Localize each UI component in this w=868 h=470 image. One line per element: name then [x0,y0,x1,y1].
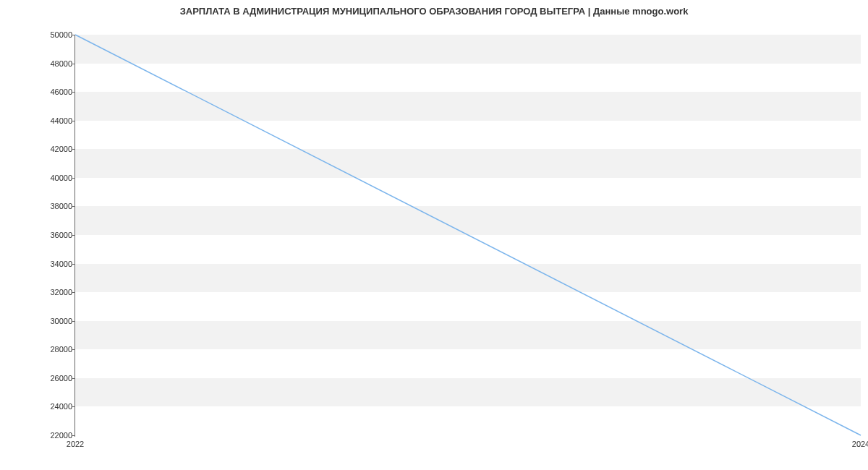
y-tick-mark [72,64,75,64]
y-tick-mark [72,435,75,436]
y-tick-label: 48000 [50,59,72,68]
plot-area [75,35,861,435]
y-tick-mark [72,321,75,322]
y-tick-label: 50000 [50,30,72,39]
y-tick-label: 44000 [50,116,72,125]
chart-title: ЗАРПЛАТА В АДМИНИСТРАЦИЯ МУНИЦИПАЛЬНОГО … [0,6,868,17]
y-tick-mark [72,235,75,236]
x-tick-label: 2024 [852,440,868,448]
y-tick-label: 26000 [50,374,72,383]
y-tick-mark [72,149,75,150]
y-tick-mark [72,378,75,379]
y-tick-mark [72,206,75,207]
y-tick-label: 38000 [50,202,72,210]
y-tick-mark [72,178,75,179]
y-tick-label: 46000 [50,87,72,96]
y-tick-mark [72,35,75,35]
y-tick-label: 30000 [50,317,72,325]
y-tick-label: 28000 [50,345,72,354]
y-tick-label: 22000 [50,431,72,440]
y-tick-mark [72,349,75,350]
y-tick-label: 32000 [50,288,72,296]
chart-container: ЗАРПЛАТА В АДМИНИСТРАЦИЯ МУНИЦИПАЛЬНОГО … [0,0,868,470]
y-tick-label: 24000 [50,402,72,411]
y-tick-mark [72,92,75,93]
y-tick-label: 36000 [50,231,72,239]
y-tick-mark [72,264,75,265]
x-tick-label: 2022 [67,440,84,448]
y-tick-mark [72,406,75,407]
y-tick-mark [72,292,75,293]
y-tick-label: 34000 [50,260,72,268]
y-tick-label: 40000 [50,174,72,182]
chart-line [75,35,861,435]
y-tick-label: 42000 [50,145,72,153]
y-tick-mark [72,121,75,121]
